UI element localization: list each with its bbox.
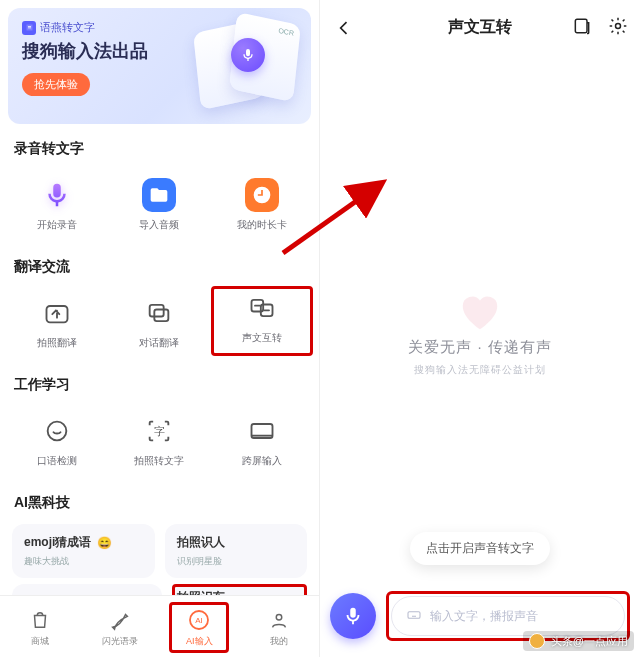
translate-grid: 拍照翻译 对话翻译 声文互转	[0, 282, 319, 360]
svg-point-10	[276, 615, 282, 621]
svg-rect-11	[575, 19, 587, 32]
recording-grid: 开始录音 导入音频 我的时长卡	[0, 164, 319, 242]
svg-text:字: 字	[154, 425, 165, 437]
pen-icon	[107, 607, 133, 633]
photo-ocr[interactable]: 字 拍照转文字	[108, 404, 210, 474]
nav-store[interactable]: 商城	[10, 607, 70, 648]
watermark: 头条@一点应用	[523, 631, 634, 651]
back-button[interactable]	[332, 16, 356, 40]
my-duration-card[interactable]: 我的时长卡	[211, 168, 313, 238]
banner-illustration: OCR	[197, 18, 297, 108]
banner-tag: 语燕转文字	[22, 20, 95, 35]
svg-rect-13	[408, 611, 420, 618]
svg-point-5	[48, 422, 67, 441]
import-audio[interactable]: 导入音频	[108, 168, 210, 238]
svg-rect-1	[150, 305, 164, 317]
keyboard-icon	[406, 607, 422, 626]
voice-text-convert[interactable]: 声文互转	[211, 286, 313, 356]
text-input[interactable]: 输入文字，播报声音	[391, 596, 625, 636]
svg-text:AI: AI	[196, 616, 204, 625]
ai-icon: AI	[186, 607, 212, 633]
voice-record-button[interactable]	[330, 593, 376, 639]
clock-icon	[245, 178, 279, 212]
photo-face-card[interactable]: 拍照识人 识别明星脸	[165, 524, 308, 578]
scan-text-icon: 字	[142, 414, 176, 448]
promo-banner[interactable]: OCR 语燕转文字 搜狗输入法出品 抢先体验	[8, 8, 311, 124]
section-title-translate: 翻译交流	[14, 258, 305, 276]
voice-text-icon	[245, 291, 279, 325]
history-button[interactable]	[570, 14, 594, 38]
heart-icon	[457, 290, 503, 330]
cross-screen-input[interactable]: 跨屏输入	[211, 404, 313, 474]
nav-ai-input[interactable]: AI AI输入	[169, 602, 229, 653]
dialog-icon	[142, 296, 176, 330]
start-hint-bubble[interactable]: 点击开启声音转文字	[410, 532, 550, 565]
empty-subtitle: 搜狗输入法无障碍公益计划	[320, 363, 640, 377]
emoji-icon: 😄	[97, 536, 112, 550]
cross-screen-icon	[245, 414, 279, 448]
empty-message: 关爱无声 · 传递有声	[320, 338, 640, 357]
camera-translate-icon	[40, 296, 74, 330]
nav-mine[interactable]: 我的	[249, 607, 309, 648]
emoji-idiom-card[interactable]: emoji猜成语 😄 趣味大挑战	[12, 524, 155, 578]
start-recording[interactable]: 开始录音	[6, 168, 108, 238]
voice-text-screen: 声文互转 关爱无声 · 传递有声 搜狗输入法无障碍公益计划 点击开启声音转文字	[320, 0, 640, 657]
features-screen: OCR 语燕转文字 搜狗输入法出品 抢先体验 录音转文字 开始录音	[0, 0, 320, 657]
svg-rect-2	[155, 310, 169, 322]
screen-header: 声文互转	[320, 0, 640, 54]
page-title: 声文互转	[448, 17, 512, 38]
nav-quotes[interactable]: 闪光语录	[90, 607, 150, 648]
empty-state: 关爱无声 · 传递有声 搜狗输入法无障碍公益计划	[320, 290, 640, 377]
ai-cards-row: emoji猜成语 😄 趣味大挑战 拍照识人 识别明星脸	[0, 518, 319, 584]
user-icon	[266, 607, 292, 633]
photo-translate[interactable]: 拍照翻译	[6, 286, 108, 356]
bottom-nav: 商城 闪光语录 AI AI输入 我的	[0, 595, 319, 657]
work-grid: 口语检测 字 拍照转文字 跨屏输入	[0, 400, 319, 478]
section-title-ai: AI黑科技	[14, 494, 305, 512]
bag-icon	[27, 607, 53, 633]
watermark-avatar	[529, 633, 545, 649]
mic-icon	[40, 178, 74, 212]
folder-icon	[142, 178, 176, 212]
dialog-translate[interactable]: 对话翻译	[108, 286, 210, 356]
section-title-work: 工作学习	[14, 376, 305, 394]
mic-icon	[231, 38, 265, 72]
speech-check[interactable]: 口语检测	[6, 404, 108, 474]
svg-point-12	[616, 24, 621, 29]
banner-cta-button[interactable]: 抢先体验	[22, 73, 90, 96]
banner-badge-icon	[22, 21, 36, 35]
speech-icon	[40, 414, 74, 448]
settings-button[interactable]	[606, 14, 630, 38]
section-title-recording: 录音转文字	[14, 140, 305, 158]
